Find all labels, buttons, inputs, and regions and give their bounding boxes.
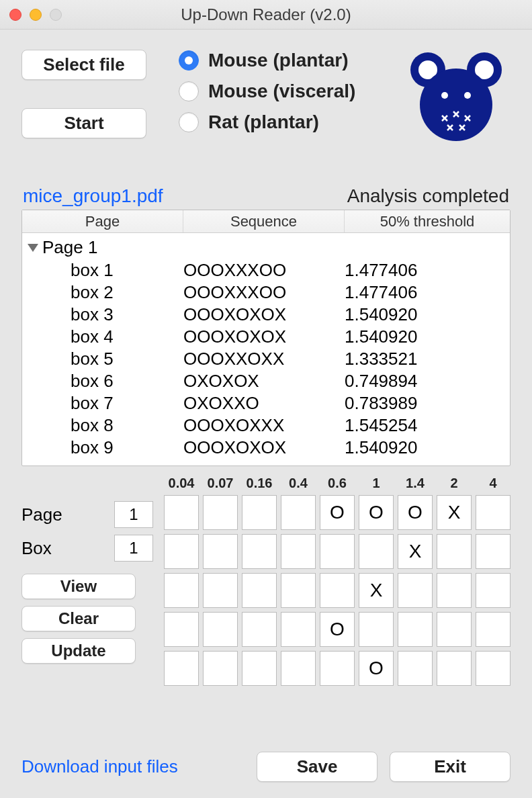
- grid-cell[interactable]: [359, 534, 394, 569]
- grid-cell[interactable]: [164, 534, 199, 569]
- grid-cell[interactable]: [320, 534, 355, 569]
- grid-cell[interactable]: [437, 573, 472, 608]
- grid-row: O: [164, 612, 511, 647]
- minimize-icon[interactable]: [30, 9, 42, 21]
- cell-sequence: OXOXOX: [183, 371, 345, 392]
- grid-cell[interactable]: [320, 651, 355, 686]
- grid-cell[interactable]: [476, 573, 511, 608]
- grid-cell[interactable]: [242, 534, 277, 569]
- table-row[interactable]: box 2OOOXXXOO1.477406: [22, 281, 510, 304]
- grid-cell[interactable]: [281, 573, 316, 608]
- grid-cell[interactable]: [320, 573, 355, 608]
- grid-cell[interactable]: [281, 495, 316, 530]
- view-button[interactable]: View: [21, 574, 136, 599]
- cell-sequence: OOOXOXXX: [183, 415, 345, 436]
- start-button[interactable]: Start: [21, 108, 146, 138]
- grid-cell[interactable]: O: [359, 651, 394, 686]
- window-controls: [9, 9, 62, 21]
- save-button[interactable]: Save: [257, 752, 378, 782]
- table-row[interactable]: box 4OOOXOXOX1.540920: [22, 326, 510, 348]
- cell-threshold: 1.333521: [345, 349, 510, 369]
- grid-cell[interactable]: O: [320, 495, 355, 530]
- grid-cell[interactable]: [398, 651, 433, 686]
- page-group-row[interactable]: Page 1: [22, 236, 510, 259]
- mouse-logo-icon: [406, 50, 506, 153]
- grid-col-header: 1: [359, 476, 394, 491]
- table-row[interactable]: box 5OOOXXOXX1.333521: [22, 348, 510, 370]
- grid-row: X: [164, 573, 511, 608]
- grid-cell[interactable]: X: [398, 534, 433, 569]
- grid-cell[interactable]: [437, 651, 472, 686]
- cell-box: box 7: [22, 393, 183, 414]
- grid-col-header: 1.4: [398, 476, 433, 491]
- box-input[interactable]: 1: [114, 535, 153, 562]
- grid-cell[interactable]: [398, 612, 433, 647]
- radio-mouse-plantar[interactable]: Mouse (plantar): [179, 50, 355, 71]
- maximize-icon: [50, 9, 62, 21]
- grid-cell[interactable]: [359, 612, 394, 647]
- col-header-threshold[interactable]: 50% threshold: [345, 210, 510, 232]
- update-button[interactable]: Update: [21, 638, 136, 664]
- grid-cell[interactable]: [242, 651, 277, 686]
- grid-cell[interactable]: [203, 612, 238, 647]
- download-link[interactable]: Download input files: [21, 756, 178, 777]
- grid-cell[interactable]: [164, 573, 199, 608]
- grid-cell[interactable]: [281, 534, 316, 569]
- exit-button[interactable]: Exit: [390, 752, 511, 782]
- cell-box: box 8: [22, 415, 183, 436]
- grid-cell[interactable]: [476, 534, 511, 569]
- grid-col-header: 0.6: [320, 476, 355, 491]
- disclosure-triangle-icon: [28, 244, 38, 252]
- table-row[interactable]: box 9OOOXOXOX1.540920: [22, 437, 510, 459]
- table-row[interactable]: box 1OOOXXXOO1.477406: [22, 259, 510, 281]
- radio-rat-plantar[interactable]: Rat (plantar): [179, 112, 355, 133]
- table-row[interactable]: box 7OXOXXO0.783989: [22, 392, 510, 414]
- grid-col-header: 0.4: [281, 476, 316, 491]
- grid-cell[interactable]: [164, 612, 199, 647]
- species-radio-group: Mouse (plantar) Mouse (visceral) Rat (pl…: [179, 50, 355, 133]
- grid-cell[interactable]: [242, 573, 277, 608]
- grid-cell[interactable]: [164, 651, 199, 686]
- grid-cell[interactable]: [476, 612, 511, 647]
- grid-cell[interactable]: [242, 495, 277, 530]
- cell-box: box 9: [22, 437, 183, 458]
- results-table: Page Sequence 50% threshold Page 1box 1O…: [21, 210, 511, 466]
- table-row[interactable]: box 3OOOXOXOX1.540920: [22, 304, 510, 326]
- cell-threshold: 0.749894: [345, 371, 510, 392]
- window-title: Up-Down Reader (v2.0): [0, 5, 532, 24]
- grid-cell[interactable]: [203, 534, 238, 569]
- select-file-button[interactable]: Select file: [21, 50, 146, 80]
- cell-sequence: OOOXXXOO: [183, 260, 345, 281]
- col-header-page[interactable]: Page: [22, 210, 183, 232]
- grid-cell[interactable]: [242, 612, 277, 647]
- grid-col-header: 0.07: [203, 476, 238, 491]
- table-row[interactable]: box 8OOOXOXXX1.545254: [22, 414, 510, 437]
- grid-cell[interactable]: [437, 534, 472, 569]
- page-input[interactable]: 1: [114, 501, 153, 528]
- cell-box: box 4: [22, 326, 183, 347]
- grid-cell[interactable]: [203, 651, 238, 686]
- grid-cell[interactable]: [203, 573, 238, 608]
- grid-cell[interactable]: [437, 612, 472, 647]
- radio-mouse-visceral[interactable]: Mouse (visceral): [179, 81, 355, 102]
- grid-cell[interactable]: [476, 495, 511, 530]
- grid-cell[interactable]: X: [359, 573, 394, 608]
- svg-point-4: [420, 69, 492, 141]
- grid-cell[interactable]: O: [320, 612, 355, 647]
- grid-cell[interactable]: [281, 651, 316, 686]
- grid-cell[interactable]: O: [398, 495, 433, 530]
- grid-row: X: [164, 534, 511, 569]
- grid-cell[interactable]: [398, 573, 433, 608]
- table-row[interactable]: box 6OXOXOX0.749894: [22, 370, 510, 392]
- col-header-sequence[interactable]: Sequence: [183, 210, 345, 232]
- close-icon[interactable]: [9, 9, 21, 21]
- grid-cell[interactable]: [476, 651, 511, 686]
- cell-threshold: 1.477406: [345, 260, 510, 281]
- clear-button[interactable]: Clear: [21, 606, 136, 631]
- grid-cell[interactable]: [281, 612, 316, 647]
- grid-cell[interactable]: X: [437, 495, 472, 530]
- grid-cell[interactable]: O: [359, 495, 394, 530]
- cell-sequence: OOOXXXOO: [183, 282, 345, 303]
- grid-cell[interactable]: [164, 495, 199, 530]
- grid-cell[interactable]: [203, 495, 238, 530]
